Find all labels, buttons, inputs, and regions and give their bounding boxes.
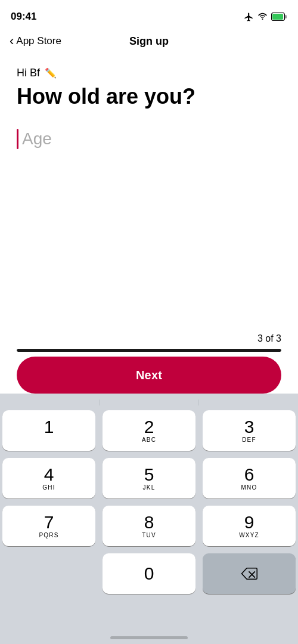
key-letters: MNO <box>241 484 257 491</box>
key-number: 2 <box>144 418 154 436</box>
key-5[interactable]: 5 JKL <box>103 458 195 499</box>
status-time: 09:41 <box>11 11 36 23</box>
progress-area: 3 of 3 <box>0 333 298 352</box>
key-8[interactable]: 8 TUV <box>103 506 195 546</box>
back-label: App Store <box>16 35 61 47</box>
page-title: Sign up <box>129 35 169 48</box>
progress-label: 3 of 3 <box>17 333 281 344</box>
keyboard-row-3: 7 PQRS 8 TUV 9 WXYZ <box>2 506 296 546</box>
battery-icon <box>271 13 287 21</box>
key-3[interactable]: 3 DEF <box>203 410 296 451</box>
next-button[interactable]: Next <box>17 357 281 394</box>
backspace-key[interactable] <box>203 553 296 594</box>
question-heading: How old are you? <box>17 84 281 109</box>
key-number: 5 <box>144 466 154 484</box>
key-number: 8 <box>144 513 154 531</box>
main-content: Hi Bf ✏️ How old are you? Age <box>0 56 298 153</box>
wifi-icon <box>257 12 268 22</box>
keyboard-row-1: 1 2 ABC 3 DEF <box>2 410 296 451</box>
airplane-icon <box>244 12 254 22</box>
home-indicator <box>110 636 188 639</box>
key-letters: DEF <box>242 436 256 443</box>
key-number: 1 <box>44 418 54 436</box>
keyboard-rows: 1 2 ABC 3 DEF 4 GHI 5 JKL 6 <box>0 408 298 594</box>
key-2[interactable]: 2 ABC <box>103 410 195 451</box>
key-empty <box>2 553 95 594</box>
status-icons <box>244 12 287 22</box>
progress-bar-fill <box>17 349 281 352</box>
key-letters: PQRS <box>39 532 58 538</box>
age-input-area[interactable]: Age <box>17 125 281 153</box>
greeting-text: Hi Bf <box>17 67 40 79</box>
key-letters: GHI <box>42 484 55 491</box>
key-letters: WXYZ <box>239 532 259 538</box>
key-0[interactable]: 0 <box>103 553 195 594</box>
key-6[interactable]: 6 MNO <box>203 458 296 499</box>
key-number: 4 <box>44 466 54 484</box>
next-button-area: Next <box>0 357 298 394</box>
svg-rect-1 <box>285 15 287 18</box>
age-placeholder: Age <box>22 129 52 148</box>
key-1[interactable]: 1 <box>2 410 95 451</box>
key-4[interactable]: 4 GHI <box>2 458 95 499</box>
edit-icon[interactable]: ✏️ <box>45 67 57 79</box>
key-number: 7 <box>44 513 54 531</box>
back-button[interactable]: ‹ App Store <box>10 35 61 48</box>
key-9[interactable]: 9 WXYZ <box>203 506 296 546</box>
chevron-left-icon: ‹ <box>10 35 14 48</box>
key-number: 9 <box>244 513 254 531</box>
backspace-icon <box>241 567 257 580</box>
key-letters: JKL <box>143 484 156 491</box>
status-bar: 09:41 <box>0 0 298 30</box>
key-letters: ABC <box>142 436 156 443</box>
text-cursor <box>17 129 18 149</box>
nav-bar: ‹ App Store Sign up <box>0 30 298 56</box>
svg-rect-2 <box>272 14 283 20</box>
progress-bar-container <box>17 349 281 352</box>
key-number: 3 <box>244 418 254 436</box>
key-number: 0 <box>144 565 154 583</box>
key-7[interactable]: 7 PQRS <box>2 506 95 546</box>
keyboard-row-2: 4 GHI 5 JKL 6 MNO <box>2 458 296 499</box>
key-letters: TUV <box>142 532 156 538</box>
keyboard-row-4: 0 <box>2 553 296 594</box>
keyboard: 1 2 ABC 3 DEF 4 GHI 5 JKL 6 <box>0 394 298 644</box>
user-greeting: Hi Bf ✏️ <box>17 67 281 79</box>
key-number: 6 <box>244 466 254 484</box>
key-letters <box>48 436 50 443</box>
